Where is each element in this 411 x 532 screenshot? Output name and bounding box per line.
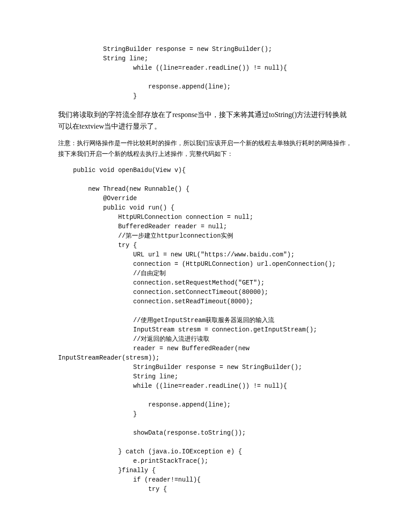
- paragraph-1: 我们将读取到的字符流全部存放在了response当中，接下来将其通过toStri…: [58, 109, 353, 132]
- code-block-2: public void openBaidu(View v){ new Threa…: [58, 166, 353, 494]
- paragraph-2: 注意：执行网络操作是一件比较耗时的操作，所以我们应该开启一个新的线程去单独执行耗…: [58, 138, 353, 159]
- code-block-1: StringBuilder response = new StringBuild…: [58, 45, 353, 101]
- document-page: StringBuilder response = new StringBuild…: [0, 0, 411, 529]
